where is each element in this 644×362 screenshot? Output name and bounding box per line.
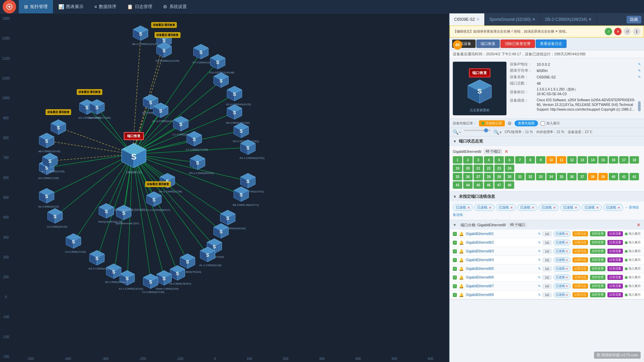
port-bell-6[interactable]: 🔔 [459,275,464,280]
port-1[interactable]: 1 [453,156,462,164]
port-flow-btn-4[interactable]: 记录流量 [607,257,623,262]
port-6[interactable]: 6 [505,156,514,164]
port-name-4[interactable]: GigabitEthernet8/4 [466,258,535,262]
port-35[interactable]: 35 [557,173,566,180]
port-edit-7[interactable]: ✎ [538,284,541,288]
community-edit-btn[interactable]: ✎ [638,69,641,72]
port-name-5[interactable]: GigabitEthernet8/5 [466,267,535,270]
nav-data-rank[interactable]: ≡ 数据排序 [89,0,122,13]
port-flow-btn-1[interactable]: 记录流量 [607,231,623,236]
port-edit-3[interactable]: ✎ [538,249,541,253]
port-alert-btn-3[interactable]: 实时告警 [590,249,605,254]
tab-close-d5-2[interactable]: ✕ [588,17,592,22]
port-45[interactable]: 45 [474,181,483,189]
port-alert-btn-4[interactable]: 实时告警 [590,257,605,262]
port-log-btn-7[interactable]: 记录日志 [573,284,588,289]
port-5[interactable]: 5 [494,156,504,164]
port-check-7[interactable] [453,284,457,288]
conn-tag-2[interactable]: 已连线 ✕ [496,204,516,211]
node-n20[interactable]: S C2-C3600(87/195) [142,273,164,294]
port-33[interactable]: 33 [536,173,545,180]
hide-button[interactable]: 隐藏 [627,16,641,23]
port-conn-4[interactable]: 已连线 ✕ [553,257,571,263]
port-12[interactable]: 12 [567,156,577,164]
zoom-out-icon[interactable]: 🔍− [453,129,461,135]
port-grid-close[interactable]: ✕ [504,149,508,154]
port-34[interactable]: 34 [546,173,556,180]
name-edit-btn[interactable]: ✎ [638,75,641,79]
port-17[interactable]: 17 [619,156,629,164]
port-check-6[interactable] [453,276,457,280]
node-n36[interactable]: S C7-C3560(77/205) [186,130,208,151]
conn-tag-4[interactable]: 已连线 ✕ [539,204,559,211]
port-43[interactable]: 43 [453,181,462,189]
port-flow-btn-8[interactable]: 记录流量 [607,292,623,297]
port-name-3[interactable]: GigabitEthernet8/3 [466,249,535,253]
port-31[interactable]: 31 [515,173,525,180]
port-bell-7[interactable]: 🔔 [459,284,464,289]
node-xiaoqu[interactable]: S XiaoQu(106/310-12) [98,202,122,223]
edit-info-icon[interactable]: ℹ [633,28,640,35]
node-n12[interactable]: S B6-C3600-48(43/171) [233,186,259,206]
port-log-btn-6[interactable]: 记录日志 [573,275,588,280]
port-conn-5[interactable]: 已连线 ✕ [553,266,571,272]
tab-sportsground[interactable]: SportsGround-(32/160) ✕ [485,13,540,25]
port-log-btn-3[interactable]: 记录日志 [573,249,588,254]
port-39[interactable]: 39 [598,173,608,180]
unspecified-header[interactable]: ▼ 未指定端口连线信息 [449,192,644,201]
port-list-close-btn[interactable]: ✕ [637,222,641,228]
node-n5[interactable]: S D10-S5750(115/248) [209,53,234,74]
port-edit-5[interactable]: ✎ [538,267,541,270]
node-n10[interactable]: S A2-1-C3500G(3/151) [239,139,265,160]
tab-close-c6509e[interactable]: ✕ [476,17,480,22]
port-19[interactable]: 19 [453,165,462,172]
node-n24[interactable]: S C4-C3560(7/135) [65,233,86,253]
node-n30[interactable]: 设备重启 通讯恢复 S [50,119,67,136]
port-8[interactable]: 8 [526,156,535,164]
tab-c6509e[interactable]: C6509E-S2 ✕ [449,13,485,25]
port-flow-btn-6[interactable]: 记录流量 [607,275,623,280]
node-n37[interactable]: S D5-1-C3560(95/233) [189,154,214,175]
port-38[interactable]: 38 [588,173,597,180]
node-n33[interactable]: S A9-C3560(77/186) [89,99,111,119]
clear-restored-btn[interactable]: 消除已恢复告警 [500,40,535,48]
port-check-2[interactable] [453,241,457,245]
port-14[interactable]: 14 [588,156,597,164]
port-11[interactable]: 11 [557,156,566,164]
port-alert-btn-5[interactable]: 实时告警 [590,266,605,271]
port-48[interactable]: 48 [505,181,514,189]
port-name-2[interactable]: GigabitEthernet8/2 [466,241,535,244]
nav-logo[interactable] [3,0,16,13]
edit-check-icon[interactable]: ✓ [605,28,612,35]
port-15[interactable]: 15 [598,156,608,164]
port-log-btn-8[interactable]: 记录日志 [573,292,588,297]
zoom-dot[interactable] [484,128,488,132]
port-18[interactable]: 18 [630,156,639,164]
nav-topology[interactable]: ⊞ 拓扑管理 [19,0,53,13]
port-check-5[interactable] [453,267,457,271]
port-bell-2[interactable]: 🔔 [459,240,464,245]
port-alert-btn-8[interactable]: 实时告警 [590,292,605,297]
port-edit-4[interactable]: ✎ [538,258,541,262]
port-47[interactable]: 47 [494,181,504,189]
port-flow-btn-5[interactable]: 记录流量 [607,266,623,271]
port-3[interactable]: 3 [474,156,483,164]
node-d1-2[interactable]: 设备重启 通讯恢复 S D1-2-C3560(98/227) [146,191,170,212]
port-37[interactable]: 37 [578,173,587,180]
view-perf-btn[interactable]: 查看性能图 [515,120,538,126]
port-check-4[interactable] [453,258,457,262]
port-22[interactable]: 22 [484,165,493,172]
conn-tag-6[interactable]: 已连线 ✕ [582,204,602,211]
port-edit-2[interactable]: ✎ [538,241,541,244]
topology-area[interactable]: 1300 1200 1150 1100 1000 900 800 700 600… [0,13,449,362]
ip-edit-btn[interactable]: ✎ [638,62,641,66]
port-alert-btn-7[interactable]: 实时告警 [590,284,605,289]
perf-settings-icon[interactable]: ⚙ [507,121,512,126]
right-panel-scroll[interactable]: ▼ 端口状态总览 GigabitEthernet8/ 48 个端口 ✕ 1234… [449,136,644,362]
node-n23[interactable]: S D3-2-C3560(10/230) [89,249,113,270]
nav-charts[interactable]: 📊 图表展示 [53,0,89,13]
port-alert-btn-2[interactable]: 实时告警 [590,240,605,245]
edit-cancel-icon[interactable]: ✕ [614,28,622,35]
port-log-btn-4[interactable]: 记录日志 [573,257,588,262]
port-log-btn-2[interactable]: 记录日志 [573,240,588,245]
